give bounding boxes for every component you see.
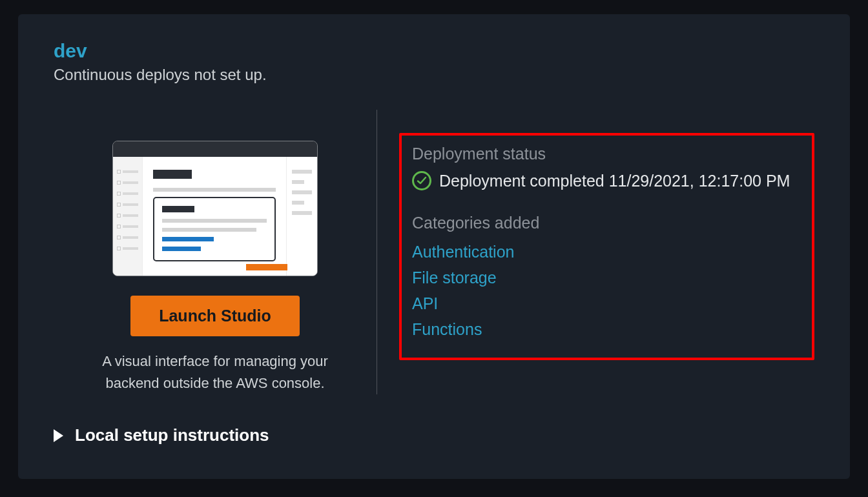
vertical-divider — [377, 110, 377, 394]
categories-list: Authentication File storage API Function… — [412, 239, 801, 342]
category-link-api[interactable]: API — [412, 290, 801, 316]
content-row: Launch Studio A visual interface for man… — [54, 110, 814, 394]
category-link-authentication[interactable]: Authentication — [412, 239, 801, 265]
launch-studio-button[interactable]: Launch Studio — [130, 296, 300, 336]
category-link-functions[interactable]: Functions — [412, 316, 801, 342]
studio-preview-thumbnail — [112, 141, 318, 276]
studio-description-line2: backend outside the AWS console. — [105, 375, 324, 391]
studio-description-line1: A visual interface for managing your — [102, 353, 328, 369]
deploy-subtitle: Continuous deploys not set up. — [54, 66, 814, 84]
environment-name: dev — [54, 40, 814, 62]
deployment-highlight-box: Deployment status Deployment completed 1… — [399, 133, 814, 360]
local-setup-toggle[interactable]: Local setup instructions — [54, 425, 814, 445]
categories-added-label: Categories added — [412, 214, 801, 232]
check-circle-icon — [412, 171, 431, 190]
environment-panel: dev Continuous deploys not set up. — [18, 14, 850, 479]
deployment-status-text: Deployment completed 11/29/2021, 12:17:0… — [439, 172, 790, 190]
local-setup-label: Local setup instructions — [75, 425, 269, 445]
deployment-status-label: Deployment status — [412, 145, 801, 163]
studio-description: A visual interface for managing your bac… — [102, 350, 328, 394]
expand-triangle-icon — [54, 429, 63, 442]
category-link-file-storage[interactable]: File storage — [412, 265, 801, 290]
deployment-status-row: Deployment completed 11/29/2021, 12:17:0… — [412, 171, 801, 190]
studio-column: Launch Studio A visual interface for man… — [54, 110, 377, 394]
deployment-column: Deployment status Deployment completed 1… — [390, 110, 814, 394]
